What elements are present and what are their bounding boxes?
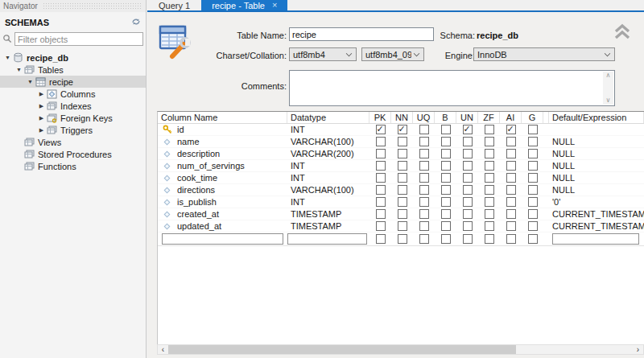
default-expression-cell[interactable]: CURRENT_TIMESTAMP — [549, 209, 644, 219]
checkbox-g-description[interactable] — [528, 149, 538, 158]
checkbox-ai-updated_at[interactable] — [506, 221, 516, 231]
checkbox-b-id[interactable] — [441, 125, 451, 134]
checkbox-un-new[interactable] — [463, 234, 473, 244]
engine-dropdown[interactable]: InnoDB — [473, 47, 615, 61]
datatype-cell[interactable]: INT — [287, 161, 369, 171]
datatype-cell[interactable]: INT — [287, 197, 369, 207]
new-column-name-input[interactable] — [162, 233, 283, 245]
column-name-cell[interactable]: num_of_servings — [173, 161, 245, 171]
checkbox-nn-directions[interactable] — [398, 185, 407, 195]
checkbox-uq-is_publish[interactable] — [419, 197, 429, 207]
close-tab-icon[interactable]: × — [272, 1, 277, 10]
tab-recipe-table[interactable]: recipe - Table × — [201, 0, 287, 10]
checkbox-b-is_publish[interactable] — [441, 197, 451, 207]
default-expression-cell[interactable]: NULL — [549, 173, 644, 183]
checkbox-g-updated_at[interactable] — [528, 221, 538, 231]
datatype-cell[interactable]: TIMESTAMP — [287, 221, 369, 231]
checkbox-g-name[interactable] — [528, 137, 538, 146]
default-expression-cell[interactable]: NULL — [549, 185, 644, 195]
checkbox-g-num_of_servings[interactable] — [528, 161, 538, 171]
checkbox-uq-created_at[interactable] — [419, 209, 429, 219]
checkbox-nn-created_at[interactable] — [398, 209, 407, 219]
default-expression-cell[interactable]: '0' — [549, 197, 644, 207]
column-row-name[interactable]: nameVARCHAR(100)NULL — [158, 136, 644, 148]
checkbox-b-updated_at[interactable] — [441, 221, 451, 231]
header-flag-pk[interactable]: PK — [369, 112, 391, 123]
checkbox-nn-description[interactable] — [398, 149, 407, 158]
tree-item-tables[interactable]: ▼ Tables — [0, 64, 146, 76]
checkbox-ai-cook_time[interactable] — [506, 173, 516, 183]
checkbox-g-directions[interactable] — [528, 185, 538, 195]
datatype-cell[interactable]: INT — [287, 125, 369, 134]
checkbox-g-id[interactable] — [528, 125, 538, 134]
checkbox-zf-is_publish[interactable] — [485, 197, 494, 207]
scroll-right-icon[interactable]: › — [633, 345, 643, 354]
header-column-name[interactable]: Column Name — [158, 112, 287, 123]
collapsed-arrow-icon[interactable]: ▶ — [37, 103, 46, 109]
collapsed-arrow-icon[interactable]: ▶ — [37, 91, 46, 97]
header-flag-g[interactable]: G — [522, 112, 543, 123]
new-column-datatype-input[interactable] — [287, 233, 367, 245]
checkbox-ai-is_publish[interactable] — [506, 197, 516, 207]
checkbox-g-new[interactable] — [528, 234, 538, 244]
tree-item-columns[interactable]: ▶ Columns — [0, 88, 146, 100]
column-name-cell[interactable]: updated_at — [173, 221, 221, 231]
tree-item-triggers[interactable]: ▶ Triggers — [0, 124, 146, 136]
tree-item-foreign-keys[interactable]: ▶ Foreign Keys — [0, 112, 146, 124]
expanded-arrow-icon[interactable]: ▼ — [3, 55, 12, 60]
header-datatype[interactable]: Datatype — [287, 112, 369, 123]
checkbox-b-created_at[interactable] — [441, 209, 451, 219]
header-flag-un[interactable]: UN — [456, 112, 478, 123]
header-flag-b[interactable]: B — [435, 112, 456, 123]
checkbox-nn-is_publish[interactable] — [398, 197, 407, 207]
checkbox-ai-directions[interactable] — [506, 185, 516, 195]
default-expression-cell[interactable]: NULL — [549, 161, 644, 171]
tree-item-indexes[interactable]: ▶ Indexes — [0, 100, 146, 112]
checkbox-zf-new[interactable] — [485, 234, 494, 244]
column-row-is_publish[interactable]: is_publishINT'0' — [158, 196, 644, 208]
checkbox-b-new[interactable] — [441, 234, 451, 244]
checkbox-uq-updated_at[interactable] — [419, 221, 429, 231]
checkbox-uq-id[interactable] — [419, 125, 429, 134]
scroll-down-icon[interactable]: ∨ — [606, 97, 611, 105]
column-row-id[interactable]: idINT — [158, 124, 644, 136]
checkbox-zf-directions[interactable] — [485, 185, 494, 195]
header-flag-uq[interactable]: UQ — [413, 112, 435, 123]
checkbox-zf-created_at[interactable] — [485, 209, 494, 219]
checkbox-b-directions[interactable] — [441, 185, 451, 195]
header-default-expression[interactable]: Default/Expression — [549, 112, 644, 123]
checkbox-b-num_of_servings[interactable] — [441, 161, 451, 171]
checkbox-un-directions[interactable] — [463, 185, 473, 195]
checkbox-uq-directions[interactable] — [419, 185, 429, 195]
default-expression-cell[interactable]: NULL — [549, 137, 644, 146]
checkbox-un-name[interactable] — [463, 137, 473, 146]
checkbox-g-created_at[interactable] — [528, 209, 538, 219]
checkbox-ai-id[interactable] — [506, 125, 516, 134]
expanded-arrow-icon[interactable]: ▼ — [26, 79, 35, 84]
checkbox-zf-cook_time[interactable] — [485, 173, 494, 183]
header-flag-nn[interactable]: NN — [391, 112, 413, 123]
checkbox-pk-created_at[interactable] — [376, 209, 386, 219]
collapse-editor-icon[interactable] — [613, 23, 632, 43]
datatype-cell[interactable]: VARCHAR(100) — [287, 137, 369, 146]
checkbox-pk-is_publish[interactable] — [376, 197, 386, 207]
column-name-cell[interactable]: directions — [173, 185, 215, 195]
new-column-default-input[interactable] — [552, 233, 639, 245]
tree-item-recipe[interactable]: ▼ recipe — [0, 76, 146, 88]
collapsed-arrow-icon[interactable]: ▶ — [37, 127, 46, 134]
checkbox-pk-description[interactable] — [376, 149, 386, 158]
checkbox-un-num_of_servings[interactable] — [463, 161, 473, 171]
checkbox-un-cook_time[interactable] — [463, 173, 473, 183]
column-row-directions[interactable]: directionsVARCHAR(100)NULL — [158, 184, 644, 196]
tree-item-recipe-db[interactable]: ▼ recipe_db — [0, 51, 146, 64]
checkbox-nn-id[interactable] — [398, 125, 407, 134]
datatype-cell[interactable]: VARCHAR(200) — [287, 149, 369, 158]
checkbox-pk-id[interactable] — [376, 125, 386, 134]
default-expression-cell[interactable]: CURRENT_TIMESTAMP O — [549, 221, 644, 231]
datatype-cell[interactable]: VARCHAR(100) — [287, 185, 369, 195]
checkbox-un-updated_at[interactable] — [463, 221, 473, 231]
checkbox-ai-description[interactable] — [506, 149, 516, 158]
checkbox-pk-updated_at[interactable] — [376, 221, 386, 231]
checkbox-uq-cook_time[interactable] — [419, 173, 429, 183]
datatype-cell[interactable]: TIMESTAMP — [287, 209, 369, 219]
